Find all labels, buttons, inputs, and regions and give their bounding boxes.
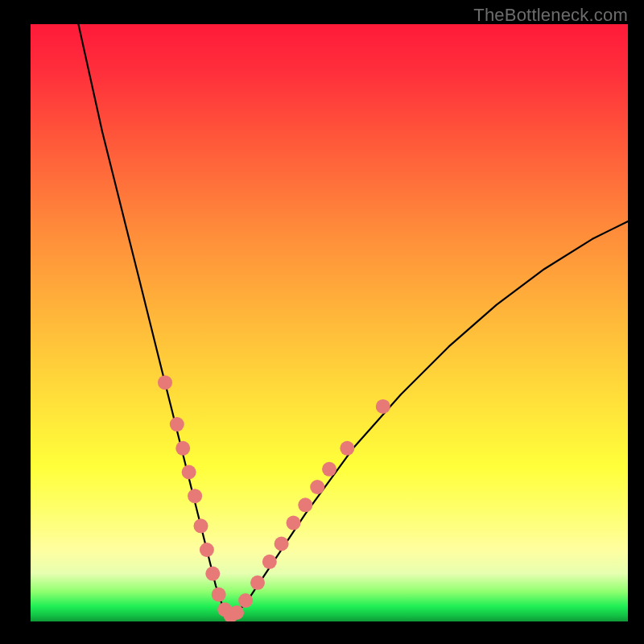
gradient-background: [31, 24, 628, 621]
watermark-text: TheBottleneck.com: [473, 5, 628, 26]
chart-frame: TheBottleneck.com: [0, 0, 644, 644]
plot-area: [31, 24, 628, 621]
